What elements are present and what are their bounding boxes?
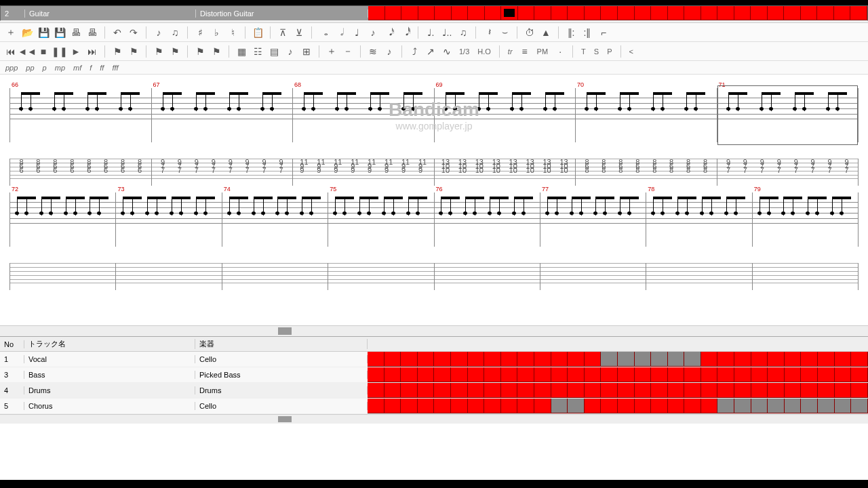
track-timeline[interactable]: [368, 6, 867, 20]
timeline-cell[interactable]: [368, 367, 384, 382]
timeline-cell[interactable]: [768, 352, 785, 367]
timeline-cell[interactable]: [485, 6, 502, 20]
text-T-label[interactable]: T: [578, 47, 589, 56]
timeline-cell[interactable]: [601, 367, 618, 382]
timeline-cell[interactable]: [734, 352, 751, 367]
tie-icon[interactable]: ⌣: [498, 26, 511, 39]
timeline-cell[interactable]: [468, 6, 485, 20]
text-P-label[interactable]: P: [604, 47, 614, 56]
tab-measure[interactable]: 977977977977977977977977: [152, 159, 294, 186]
timeline-cell[interactable]: [801, 383, 818, 398]
timeline-cell[interactable]: [468, 399, 485, 413]
timeline-cell[interactable]: [618, 383, 635, 398]
timeline-cell[interactable]: [585, 352, 601, 367]
timeline-cell[interactable]: [551, 399, 568, 413]
timeline-cell[interactable]: [451, 352, 468, 367]
tab-measure[interactable]: 868868868868868868868868: [576, 159, 717, 186]
scrollbar-horizontal[interactable]: [0, 325, 868, 336]
timeline-cell[interactable]: [851, 367, 868, 382]
clipboard-icon[interactable]: 📋: [251, 26, 264, 39]
align-top-icon[interactable]: ⊼: [276, 26, 290, 39]
trill-label[interactable]: tr: [505, 47, 515, 56]
flag6-icon[interactable]: ⚑: [210, 45, 223, 58]
timeline-cell[interactable]: [850, 6, 867, 20]
bend-icon[interactable]: ⤴: [408, 45, 421, 58]
view-single-icon[interactable]: ▤: [267, 45, 281, 58]
measure-78[interactable]: 78: [646, 192, 752, 247]
timeline-cell[interactable]: [534, 352, 551, 367]
timeline-cell[interactable]: [635, 367, 652, 382]
timeline-cell[interactable]: [801, 352, 818, 367]
timeline-cell[interactable]: [717, 367, 734, 382]
dyn-f[interactable]: f: [90, 64, 92, 72]
timeline-cell[interactable]: [601, 399, 618, 413]
measure-75[interactable]: 75: [328, 192, 434, 247]
print-icon[interactable]: 🖶: [69, 26, 83, 39]
timeline-cell[interactable]: [618, 399, 635, 413]
measure-74[interactable]: 74: [222, 192, 328, 247]
tab-measure[interactable]: [646, 263, 752, 290]
timeline-cell[interactable]: [835, 383, 852, 398]
measure-68[interactable]: 68: [293, 88, 435, 142]
timeline-cell[interactable]: [434, 367, 451, 382]
measure-73[interactable]: 73: [116, 192, 222, 247]
timeline-cell[interactable]: [684, 399, 701, 413]
timeline-cell[interactable]: [751, 352, 768, 367]
timeline-cell[interactable]: [401, 383, 418, 398]
timeline-cell[interactable]: [585, 383, 601, 398]
timeline-cell[interactable]: [751, 399, 768, 413]
measure-66[interactable]: 66: [9, 88, 152, 142]
timeline-cell[interactable]: [418, 352, 435, 367]
repeat-close-icon[interactable]: :‖: [580, 26, 594, 39]
measure-76[interactable]: 76: [435, 192, 540, 247]
timeline-cell[interactable]: [384, 383, 401, 398]
natural-icon[interactable]: ♮: [226, 26, 239, 39]
timeline-cell[interactable]: [368, 383, 384, 398]
timeline-cell[interactable]: [501, 383, 518, 398]
scroll-thumb[interactable]: [278, 416, 292, 422]
track-timeline[interactable]: [368, 399, 868, 413]
zoom-in-icon[interactable]: ＋: [325, 45, 338, 58]
dyn-mp[interactable]: mp: [55, 64, 65, 72]
dyn-fff[interactable]: fff: [112, 64, 118, 72]
tuplet-icon[interactable]: ♫: [456, 26, 470, 39]
timeline-cell[interactable]: [785, 383, 802, 398]
timeline-cell[interactable]: [434, 383, 451, 398]
timeline-cell[interactable]: [368, 6, 385, 20]
flag3-icon[interactable]: ⚑: [152, 45, 165, 58]
timeline-cell[interactable]: [668, 367, 685, 382]
timeline-cell[interactable]: [384, 367, 401, 382]
text-S-label[interactable]: S: [591, 47, 601, 56]
timeline-cell[interactable]: [701, 399, 718, 413]
timeline-cell[interactable]: [835, 399, 852, 413]
timeline-cell[interactable]: [818, 383, 835, 398]
timeline-cell[interactable]: [818, 367, 835, 382]
timeline-cell[interactable]: [768, 6, 785, 20]
stop-icon[interactable]: ■: [37, 45, 50, 58]
last-icon[interactable]: ⏭: [85, 45, 99, 58]
tab-measure[interactable]: [540, 263, 646, 290]
timeline-cell[interactable]: [701, 383, 718, 398]
timeline-cell[interactable]: [635, 383, 652, 398]
timeline-cell[interactable]: [684, 6, 701, 20]
measure-69[interactable]: 69: [435, 88, 576, 142]
track-row-1[interactable]: 1VocalCello: [0, 352, 868, 367]
timeline-cell[interactable]: [734, 6, 751, 20]
timeline-cell[interactable]: [684, 383, 701, 398]
timeline-cell[interactable]: [668, 352, 685, 367]
measure-79[interactable]: 79: [753, 192, 859, 247]
timeline-cell[interactable]: [668, 399, 685, 413]
timeline-cell[interactable]: [785, 352, 802, 367]
timeline-cell[interactable]: [635, 352, 652, 367]
timeline-cell[interactable]: [601, 352, 618, 367]
open-icon[interactable]: 📂: [20, 26, 34, 39]
timeline-cell[interactable]: [501, 399, 518, 413]
chord-mode-icon[interactable]: ♫: [168, 26, 182, 39]
timeline-cell[interactable]: [635, 399, 652, 413]
track-row-3[interactable]: 3BassPicked Bass: [0, 367, 868, 383]
timeline-cell[interactable]: [501, 352, 518, 367]
timeline-cell[interactable]: [451, 399, 468, 413]
whole-note-icon[interactable]: 𝅝: [317, 26, 331, 39]
measure-67[interactable]: 67: [152, 88, 294, 142]
scrollbar-tracks[interactable]: [0, 414, 868, 424]
